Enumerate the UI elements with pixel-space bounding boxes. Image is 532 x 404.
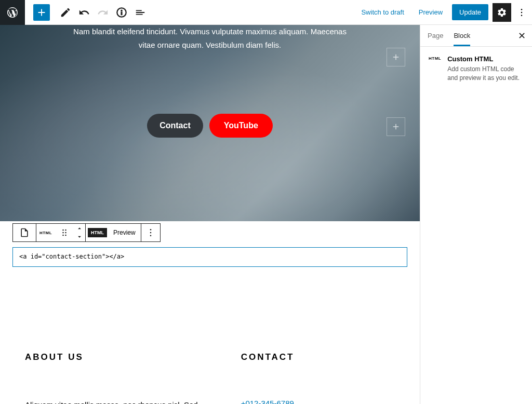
about-column: ABOUT US Aliquam vitae mollis massa, nec… <box>25 352 210 404</box>
block-description: Add custom HTML code and preview it as y… <box>447 65 524 83</box>
contact-column: CONTACT +012-345-6789 mail@example.com <box>241 352 395 404</box>
block-badge-button[interactable]: HTML <box>36 224 55 241</box>
svg-point-11 <box>150 232 151 234</box>
top-toolbar: Switch to draft Preview Update <box>0 0 532 25</box>
block-toolbar-move: HTML <box>36 223 86 242</box>
html-block <box>12 247 407 269</box>
svg-point-9 <box>65 235 66 236</box>
svg-point-10 <box>150 229 151 231</box>
pencil-icon <box>60 7 71 18</box>
html-badge: HTML <box>39 231 52 235</box>
document-info-button[interactable] <box>112 3 131 22</box>
preview-button[interactable]: Preview <box>414 5 448 19</box>
move-arrows <box>74 224 85 241</box>
close-sidebar-button[interactable]: ✕ <box>518 30 526 42</box>
wordpress-logo[interactable] <box>0 0 25 25</box>
youtube-button[interactable]: YouTube <box>209 114 273 138</box>
chevron-down-icon <box>76 235 83 239</box>
move-down-button[interactable] <box>76 233 83 241</box>
contact-button[interactable]: Contact <box>147 114 203 138</box>
hero-text[interactable]: Nam blandit eleifend tincidunt. Vivamus … <box>73 25 347 51</box>
html-code-input[interactable] <box>12 247 407 267</box>
list-view-button[interactable] <box>131 3 150 22</box>
drag-icon <box>59 227 70 238</box>
content-columns: ABOUT US Aliquam vitae mollis massa, nec… <box>0 269 420 404</box>
block-toolbar-drag <box>12 223 36 242</box>
drag-handle[interactable] <box>55 224 74 241</box>
block-title: Custom HTML <box>447 55 524 63</box>
add-block-inline-2[interactable] <box>387 117 405 136</box>
svg-point-7 <box>65 232 66 234</box>
html-icon: HTML <box>429 56 441 61</box>
tools-button[interactable] <box>56 3 75 22</box>
hero-section: Nam blandit eleifend tincidunt. Vivamus … <box>0 25 420 221</box>
preview-tab[interactable]: Preview <box>108 224 141 241</box>
update-button[interactable]: Update <box>452 4 488 20</box>
switch-to-draft-button[interactable]: Switch to draft <box>356 5 409 19</box>
hero-text-line2: vitae ornare quam. Vestibulum diam felis… <box>139 41 281 49</box>
plus-icon <box>36 7 47 18</box>
hero-text-line1: Nam blandit eleifend tincidunt. Vivamus … <box>73 27 347 36</box>
sidebar-content: HTML Custom HTML Add custom HTML code an… <box>420 47 532 91</box>
block-toolbar-view: HTML Preview <box>85 223 141 242</box>
phone-link[interactable]: +012-345-6789 <box>241 399 395 404</box>
svg-point-3 <box>521 15 523 16</box>
settings-button[interactable] <box>493 3 511 22</box>
undo-icon <box>78 7 90 18</box>
redo-button[interactable] <box>94 3 112 22</box>
more-vertical-icon <box>516 7 527 18</box>
svg-point-8 <box>62 235 64 236</box>
about-body[interactable]: Aliquam vitae mollis massa, nec rhoncus … <box>25 399 210 404</box>
redo-icon <box>97 7 109 18</box>
info-icon <box>116 7 127 18</box>
toolbar-left <box>0 0 150 24</box>
plus-icon <box>391 52 401 62</box>
wordpress-icon <box>6 6 19 19</box>
block-info: HTML Custom HTML Add custom HTML code an… <box>429 55 524 83</box>
plus-icon <box>391 122 401 131</box>
chevron-up-icon <box>76 226 83 231</box>
toolbar-right: Switch to draft Preview Update <box>356 3 528 22</box>
main-area: Nam blandit eleifend tincidunt. Vivamus … <box>0 25 532 404</box>
more-vertical-icon <box>145 227 156 238</box>
document-icon <box>19 227 30 238</box>
svg-point-12 <box>150 235 151 237</box>
contact-heading[interactable]: CONTACT <box>241 352 395 362</box>
svg-point-4 <box>62 230 64 231</box>
svg-point-6 <box>62 232 64 234</box>
svg-point-1 <box>521 8 523 10</box>
svg-point-5 <box>65 230 66 231</box>
add-block-button[interactable] <box>33 4 50 21</box>
tab-block[interactable]: Block <box>454 25 470 46</box>
tab-page[interactable]: Page <box>428 25 443 46</box>
block-type-button[interactable] <box>13 224 36 241</box>
gear-icon <box>497 7 507 18</box>
html-tab-active[interactable]: HTML <box>88 228 107 237</box>
block-toolbar: HTML HTML Preview <box>12 223 420 242</box>
add-block-inline-1[interactable] <box>387 48 405 66</box>
move-up-button[interactable] <box>76 224 83 233</box>
editor-canvas[interactable]: Nam blandit eleifend tincidunt. Vivamus … <box>0 25 420 404</box>
sidebar-tabs: Page Block ✕ <box>420 25 532 47</box>
more-options-button[interactable] <box>515 3 528 22</box>
settings-sidebar: Page Block ✕ HTML Custom HTML Add custom… <box>420 25 532 404</box>
about-heading[interactable]: ABOUT US <box>25 352 210 362</box>
block-more-button[interactable] <box>141 224 160 241</box>
list-view-icon <box>135 7 146 18</box>
block-toolbar-more <box>141 223 161 242</box>
undo-button[interactable] <box>75 3 94 22</box>
svg-point-2 <box>521 11 523 13</box>
hero-buttons: Contact YouTube <box>147 114 273 138</box>
